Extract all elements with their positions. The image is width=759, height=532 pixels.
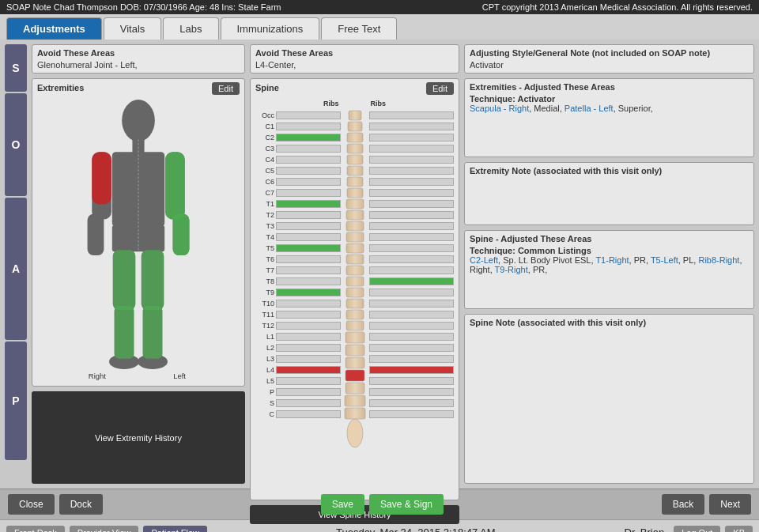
main-content: S O A P Avoid These Areas Glenohumeral J…: [0, 40, 759, 489]
spine-bar-right-C4[interactable]: [369, 156, 455, 164]
tabs-area: Adjustments Vitals Labs Immunizations Fr…: [0, 14, 759, 40]
spine-bar-left-L3[interactable]: [276, 355, 341, 363]
spine-row-right-T4: [369, 232, 455, 243]
spine-bar-right-T11[interactable]: [369, 311, 455, 319]
spine-bar-left-L5[interactable]: [276, 377, 341, 385]
spine-bar-left-T11[interactable]: [276, 311, 341, 319]
spine-bar-left-L4[interactable]: [276, 366, 341, 374]
tab-free-text[interactable]: Free Text: [321, 17, 397, 40]
tab-adjustments[interactable]: Adjustments: [6, 17, 102, 40]
svg-rect-35: [346, 232, 364, 242]
spine-bar-right-L2[interactable]: [369, 344, 455, 352]
c2-left-link[interactable]: C2-Left: [470, 255, 498, 265]
patella-left-link[interactable]: Patella - Left: [565, 104, 614, 113]
spine-bar-right-T6[interactable]: [369, 255, 455, 263]
spine-bar-left-C[interactable]: [276, 410, 341, 418]
provider-view-tab[interactable]: Provider View: [70, 526, 139, 533]
spine-bar-right-T3[interactable]: [369, 222, 455, 230]
spine-bar-left-L1[interactable]: [276, 333, 341, 341]
spine-label-T1: T1: [255, 200, 274, 208]
dock-button[interactable]: Dock: [59, 494, 103, 515]
extremities-edit-button[interactable]: Edit: [212, 82, 240, 95]
spine-bar-left-C4[interactable]: [276, 156, 341, 164]
spine-bar-left-T9[interactable]: [276, 289, 341, 296]
spine-bar-left-Occ[interactable]: [276, 111, 341, 119]
patient-flow-tab[interactable]: Patient Flow: [143, 526, 207, 533]
svg-rect-30: [347, 177, 363, 187]
spine-bar-left-T5[interactable]: [276, 244, 341, 252]
spine-bar-right-C[interactable]: [369, 410, 455, 418]
spine-bar-right-C3[interactable]: [369, 145, 455, 153]
back-button[interactable]: Back: [662, 494, 705, 515]
spine-bar-left-T7[interactable]: [276, 266, 341, 274]
t1-right-link[interactable]: T1-Right: [595, 255, 629, 265]
spine-row-right-Occ: [369, 110, 455, 121]
spine-bar-right-L5[interactable]: [369, 377, 455, 385]
spine-bar-left-T3[interactable]: [276, 222, 341, 230]
spine-row-left-T7: T7: [255, 265, 341, 276]
label-a: A: [5, 198, 27, 340]
spine-bar-right-T5[interactable]: [369, 244, 455, 252]
next-button[interactable]: Next: [709, 494, 751, 515]
spine-bar-right-T12[interactable]: [369, 322, 455, 330]
save-sign-button[interactable]: Save & Sign: [369, 494, 444, 515]
spine-row-left-L1: L1: [255, 331, 341, 342]
spine-label-C6: C6: [255, 178, 274, 186]
log-out-button[interactable]: Log Out: [674, 526, 720, 533]
spine-bar-left-T2[interactable]: [276, 211, 341, 219]
svg-rect-32: [346, 199, 364, 209]
t9-right-link[interactable]: T9-Right: [495, 265, 528, 274]
spine-bar-left-P[interactable]: [276, 388, 341, 396]
spine-bar-left-T12[interactable]: [276, 322, 341, 330]
spine-edit-button[interactable]: Edit: [426, 82, 454, 95]
view-extremity-history-button[interactable]: View Extremity History: [32, 391, 245, 484]
spine-bar-left-C2[interactable]: [276, 134, 341, 141]
spine-bar-right-L4[interactable]: [369, 366, 455, 374]
spine-bar-right-C2[interactable]: [369, 134, 455, 141]
tab-vitals[interactable]: Vitals: [104, 17, 162, 40]
spine-bar-right-T4[interactable]: [369, 233, 455, 241]
spine-bar-left-C1[interactable]: [276, 123, 341, 130]
spine-bar-right-T10[interactable]: [369, 300, 455, 308]
spine-bar-left-T10[interactable]: [276, 300, 341, 308]
extremity-note-title: Extremity Note (associated with this vis…: [470, 166, 749, 175]
spine-bar-left-C3[interactable]: [276, 145, 341, 153]
spine-bar-right-C7[interactable]: [369, 189, 455, 197]
svg-rect-25: [348, 122, 362, 131]
kb-button[interactable]: KB: [725, 526, 753, 533]
save-button[interactable]: Save: [321, 494, 364, 515]
tab-labs[interactable]: Labs: [163, 17, 218, 40]
spine-row-right-T2: [369, 209, 455, 221]
spine-bar-right-T7[interactable]: [369, 266, 455, 274]
tab-immunizations[interactable]: Immunizations: [221, 17, 320, 40]
spine-bar-right-C6[interactable]: [369, 178, 455, 186]
avoid-areas-left-content: Glenohumeral Joint - Left,: [37, 60, 240, 70]
scapula-right-link[interactable]: Scapula - Right: [470, 104, 529, 113]
spine-bar-left-C5[interactable]: [276, 167, 341, 175]
spine-bar-right-T2[interactable]: [369, 211, 455, 219]
spine-bar-left-C6[interactable]: [276, 178, 341, 186]
spine-bar-left-T8[interactable]: [276, 277, 341, 285]
spine-bar-right-Occ[interactable]: [369, 111, 455, 119]
spine-bar-right-C1[interactable]: [369, 123, 455, 130]
spine-bar-left-T4[interactable]: [276, 233, 341, 241]
front-desk-tab[interactable]: Front Desk: [6, 526, 65, 533]
svg-rect-34: [346, 221, 364, 231]
spine-bar-right-T9[interactable]: [369, 289, 455, 296]
spine-bar-right-P[interactable]: [369, 388, 455, 396]
spine-bar-right-T8[interactable]: [369, 277, 455, 285]
svg-rect-16: [173, 214, 190, 255]
spine-bar-right-C5[interactable]: [369, 167, 455, 175]
spine-bar-right-T1[interactable]: [369, 200, 455, 208]
spine-bar-left-S[interactable]: [276, 399, 341, 407]
t5-left-link[interactable]: T5-Left: [651, 255, 678, 265]
spine-bar-right-S[interactable]: [369, 399, 455, 407]
close-button[interactable]: Close: [8, 494, 55, 515]
spine-bar-right-L1[interactable]: [369, 333, 455, 341]
spine-bar-right-L3[interactable]: [369, 355, 455, 363]
spine-bar-left-C7[interactable]: [276, 189, 341, 197]
rib8-right-link[interactable]: Rib8-Right: [698, 255, 739, 265]
spine-bar-left-L2[interactable]: [276, 344, 341, 352]
spine-bar-left-T1[interactable]: [276, 200, 341, 208]
spine-bar-left-T6[interactable]: [276, 255, 341, 263]
